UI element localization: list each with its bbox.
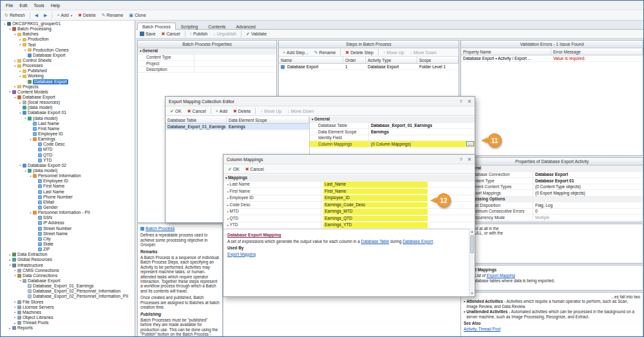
tree-node[interactable]: ▸ Thread Pools bbox=[1, 320, 135, 325]
add-button[interactable]: +Add▾ bbox=[54, 12, 75, 18]
tree-node[interactable]: ▸ License Servers bbox=[1, 305, 135, 310]
tab[interactable]: Contents bbox=[203, 23, 231, 30]
tree-expander[interactable]: ▸ bbox=[8, 327, 12, 330]
move-up-button[interactable]: ↑Move Up bbox=[381, 50, 407, 55]
tree-node[interactable]: ▾ Personnel Information - PII bbox=[1, 210, 135, 215]
tree-expander[interactable]: ▾ bbox=[8, 264, 12, 267]
tree-node[interactable]: State bbox=[1, 242, 135, 247]
tree-node[interactable]: ▸ Production Clones bbox=[1, 48, 135, 53]
export-mapping-type-link[interactable]: Export Mapping bbox=[487, 273, 515, 278]
tree-node[interactable]: ▾ Database Export 01 bbox=[1, 110, 135, 115]
tree-node[interactable]: ▸ File Stores bbox=[1, 299, 135, 304]
tree-node[interactable]: Code Desc bbox=[1, 142, 135, 147]
tree-expander[interactable]: ▸ bbox=[18, 101, 23, 104]
database-export-link[interactable]: Database Export bbox=[402, 239, 433, 244]
move-up-button[interactable]: ↑Move Up bbox=[258, 108, 284, 114]
validate-button[interactable]: ✔Validate bbox=[243, 31, 269, 37]
validation-row[interactable]: Database Export • Activity / Export ... … bbox=[461, 55, 643, 62]
scroll-up-arrow[interactable]: ▲ bbox=[469, 229, 475, 235]
tree-node[interactable]: ▸ Reports bbox=[1, 325, 135, 331]
nav-back-button[interactable]: ◀ bbox=[32, 12, 41, 18]
property-row[interactable]: Concurrency Mode Multiple bbox=[461, 215, 643, 221]
tree-expander[interactable]: ▾ bbox=[18, 75, 23, 78]
tree-expander[interactable]: ▾ bbox=[18, 279, 23, 282]
rename-step-button[interactable]: ✎Rename bbox=[312, 50, 339, 55]
tree-expander[interactable]: ▸ bbox=[18, 38, 23, 41]
tree-node[interactable]: ▾ Personnel Information bbox=[1, 173, 135, 178]
tree-expander[interactable]: ▸ bbox=[13, 322, 17, 325]
step-row[interactable]: Database Export 1 Database Export Folder… bbox=[279, 64, 459, 70]
save-button[interactable]: Save bbox=[137, 31, 158, 37]
tab[interactable]: Batch Process bbox=[137, 23, 176, 30]
tree-expander[interactable]: ▾ bbox=[8, 28, 12, 31]
tree-expander[interactable]: ▾ bbox=[13, 96, 17, 99]
tree-node[interactable]: ▸ Data Extraction bbox=[1, 252, 135, 257]
tab[interactable]: Advanced bbox=[231, 23, 261, 30]
export-mapping-link[interactable]: Export Mapping bbox=[227, 252, 256, 256]
tree-expander[interactable]: ▸ bbox=[13, 311, 17, 314]
database-table-link[interactable]: Database Table bbox=[361, 239, 390, 244]
unpublish-button[interactable]: ↓Unpublish bbox=[211, 31, 239, 37]
tree-node[interactable]: Street Name bbox=[1, 231, 135, 236]
tree-node[interactable]: Database Export bbox=[1, 53, 135, 58]
mapping-property-row[interactable]: QTD Earnings_QTD bbox=[223, 215, 475, 222]
tree-node[interactable]: ▾ Earnings bbox=[1, 137, 135, 142]
tree-node[interactable]: ZIP bbox=[1, 247, 135, 252]
column-header[interactable]: Name bbox=[279, 57, 343, 63]
menu-item[interactable]: Help bbox=[48, 3, 63, 8]
ok-button[interactable]: ✔OK bbox=[225, 166, 242, 172]
move-down-button[interactable]: ↓Move Down bbox=[407, 50, 439, 55]
tree-node[interactable]: ▸ (local resources) bbox=[1, 100, 135, 105]
publish-button[interactable]: ↑Publish bbox=[187, 31, 211, 37]
mapping-row[interactable]: Database_Export_01_Earnings Earnings bbox=[166, 124, 309, 130]
tree-expander[interactable]: ▾ bbox=[23, 169, 28, 173]
tree-expander[interactable]: ▸ bbox=[13, 85, 17, 88]
delete-step-button[interactable]: ✖Delete Step bbox=[343, 50, 375, 55]
tree-node[interactable]: Database_Export_02_Personnel_Information bbox=[1, 289, 135, 294]
tree-expander[interactable]: ▾ bbox=[23, 117, 28, 120]
add-mapping-button[interactable]: +Add bbox=[213, 108, 230, 114]
cancel-button[interactable]: ✖Cancel bbox=[159, 31, 183, 37]
rename-button[interactable]: ✎Rename bbox=[99, 12, 126, 18]
tree-node[interactable]: ▾ Infrastructure bbox=[1, 262, 135, 267]
clone-button[interactable]: ▣Clone bbox=[126, 12, 148, 18]
help-scrollbar[interactable]: ▲ ▼ bbox=[469, 229, 475, 296]
tree-node[interactable]: ▸ Global Resources bbox=[1, 257, 135, 262]
tree-expander[interactable]: ▾ bbox=[13, 64, 17, 68]
tree-node[interactable]: First Name bbox=[1, 126, 135, 131]
tree-expander[interactable]: ▾ bbox=[3, 23, 7, 26]
scroll-thumb[interactable] bbox=[470, 235, 474, 253]
tree-node[interactable]: Street Number bbox=[1, 226, 135, 231]
column-header[interactable]: Order bbox=[343, 57, 366, 63]
menu-item[interactable]: File bbox=[3, 3, 16, 8]
add-step-button[interactable]: +Add Step... bbox=[280, 50, 311, 55]
tree-node[interactable]: Last Name bbox=[1, 121, 135, 126]
column-header[interactable]: Activity Type bbox=[366, 57, 417, 63]
batch-process-doc-link[interactable]: Batch Process bbox=[146, 226, 175, 231]
tree-node[interactable]: ▸ Published bbox=[1, 68, 135, 73]
mapping-property-row[interactable]: MTD Earnings_MTD bbox=[223, 209, 475, 216]
tree-expander[interactable]: ▾ bbox=[13, 274, 17, 277]
tree-expander[interactable]: ▾ bbox=[8, 90, 12, 93]
tree-node[interactable]: City bbox=[1, 236, 135, 242]
tree-node[interactable]: EMail bbox=[1, 200, 135, 205]
tree-expander[interactable]: ▾ bbox=[28, 138, 33, 141]
tree-node[interactable]: ▸ Object Libraries bbox=[1, 315, 135, 320]
tree-node[interactable]: ▾ Processes bbox=[1, 63, 135, 68]
tree-node[interactable]: ▸ Machines bbox=[1, 310, 135, 315]
tree-expander[interactable]: ▾ bbox=[28, 211, 33, 215]
delete-button[interactable]: ✖Delete bbox=[75, 12, 99, 18]
dialog-help-button[interactable]: ? bbox=[460, 157, 462, 162]
cancel-button[interactable]: ✖Cancel bbox=[243, 166, 267, 172]
tree-node[interactable]: ▾ OKCSFRK01_grooper01 bbox=[1, 21, 135, 26]
mapping-property-row[interactable]: Last Name Last_Name bbox=[223, 182, 475, 189]
tree-node[interactable]: ▾ Database Export bbox=[1, 95, 135, 100]
tree-node[interactable]: IP Address bbox=[1, 220, 135, 226]
cancel-button[interactable]: ✖Cancel bbox=[185, 108, 209, 114]
tree-node[interactable]: Employee ID bbox=[1, 178, 135, 184]
move-down-button[interactable]: ↓Move Down bbox=[285, 108, 316, 114]
tree-expander[interactable]: ▸ bbox=[18, 70, 23, 73]
tree-node[interactable]: ▾ Data Connections bbox=[1, 273, 135, 278]
tree-node[interactable]: MTD bbox=[1, 147, 135, 152]
tree-node[interactable]: ▾ Database Export 02 bbox=[1, 163, 135, 168]
